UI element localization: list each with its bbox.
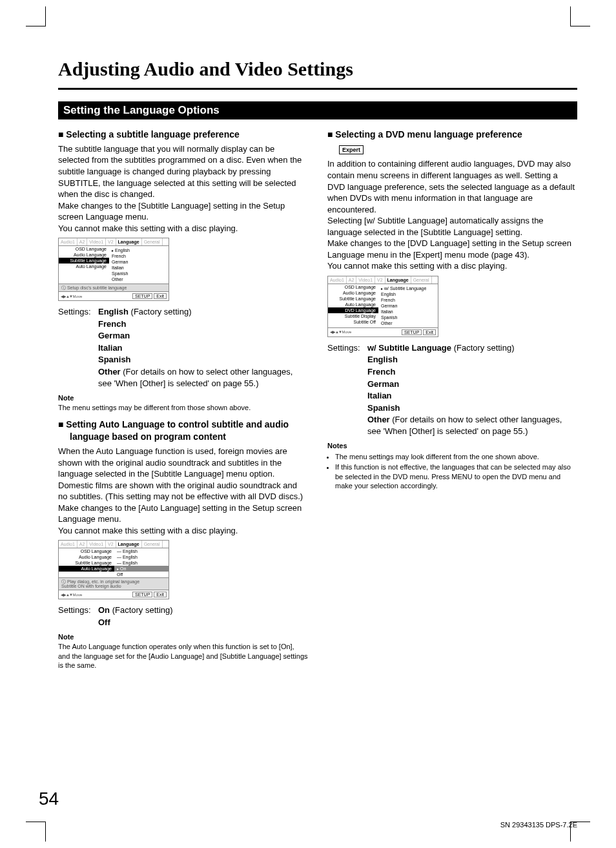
osd-value: Italian [378,309,438,315]
osd-value: Spanish [378,315,438,320]
osd-value: English [109,247,169,253]
osd-value: Off [114,572,169,577]
settings-item: German [98,330,308,342]
note-heading: Note [58,393,308,403]
note-text: The Auto Language function operates only… [58,642,308,670]
page-title: Adjusting Audio and Video Settings [58,58,577,80]
osd-row: Auto Language [328,302,378,307]
settings-item: French [367,366,577,378]
subheading-auto-language: Setting Auto Language to control subtitl… [70,419,308,443]
osd-tab: A2 [347,276,357,284]
osd-nav-icon: Move [61,295,82,298]
note-item: If this function is not effective, the l… [335,462,577,490]
osd-tab: A2 [77,238,88,245]
osd-row: Subtitle Display [328,313,378,319]
osd-tab: A2 [77,541,88,548]
osd-row: Audio Language [328,290,378,296]
settings-item: w/ Subtitle Language [367,342,577,354]
page-number: 54 [39,789,59,809]
settings-item: On [98,605,308,616]
osd-row: Subtitle Off [328,319,378,325]
body-text: When the Auto Language function is used,… [58,446,308,536]
osd-nav-icon: Move [61,593,82,597]
osd-value: — English [114,548,169,554]
settings-item: Spanish [367,402,577,414]
osd-row: OSD Language [328,284,378,290]
osd-value: French [378,297,438,303]
osd-setup-button: SETUP [132,592,152,597]
osd-tab: Language [116,238,142,245]
settings-item: Off [98,617,308,628]
osd-value: Italian [109,265,169,271]
note-heading: Note [58,632,308,642]
osd-row: Auto Language [59,264,109,269]
osd-value: English [378,291,438,297]
osd-value: German [378,303,438,309]
osd-exit-button: Exit [423,329,436,335]
osd-value: — English [114,554,169,560]
osd-info: Setup disc's subtitle language [59,284,169,291]
osd-menu-subtitle: Audio1A2Video1V2LanguageGeneral OSD Lang… [58,238,169,301]
osd-row: Subtitle Language [328,296,378,302]
osd-tab: General [142,541,163,548]
osd-row: OSD Language [59,548,114,554]
settings-item: Other (For details on how to select othe… [98,366,308,389]
right-column: Selecting a DVD menu language preference… [327,125,577,670]
osd-row: Subtitle Language [59,560,114,566]
osd-tab: V2 [106,541,116,548]
osd-tab: Audio1 [59,238,77,245]
divider [58,88,577,90]
settings-item: French [98,318,308,330]
osd-row: Audio Language [59,252,109,258]
osd-value: w/ Subtitle Language [378,285,438,291]
notes-list: The menu settings may look different fro… [335,452,577,490]
osd-menu-auto-language: Audio1A2Video1V2LanguageGeneral OSD Lang… [58,540,169,599]
osd-value: Other [109,276,169,282]
osd-value: — English [114,560,169,566]
settings-item: German [367,378,577,390]
settings-list: Settings: EnglishFrenchGermanItalianSpan… [58,306,308,389]
footer-code: SN 29343135 DPS-7.2E [500,821,577,829]
osd-menu-dvd-language: Audio1A2Video1V2LanguageGeneral OSD Lang… [327,276,438,337]
crop-mark [26,822,46,842]
settings-list: Settings: OnOff [58,605,308,628]
osd-tab: Video1 [87,541,106,548]
osd-nav-icon: Move [330,330,351,334]
osd-exit-button: Exit [154,592,167,597]
osd-value: Spanish [109,271,169,276]
settings-item: English [367,354,577,366]
osd-value: Other [378,320,438,326]
osd-tab: General [142,238,163,245]
osd-row [59,572,114,577]
osd-tab: V2 [375,276,385,284]
settings-list: Settings: w/ Subtitle LanguageEnglishFre… [327,342,577,437]
osd-setup-button: SETUP [132,293,152,299]
note-text: The menu settings may be different from … [58,403,308,412]
note-item: The menu settings may look different fro… [335,452,577,461]
settings-item: Spanish [98,354,308,366]
crop-mark [26,6,46,26]
osd-row: DVD Language [328,307,378,313]
settings-item: English [98,306,308,318]
settings-item: Other (For details on how to select othe… [367,414,577,437]
osd-tab: Audio1 [59,541,77,548]
subheading-subtitle-pref: Selecting a subtitle language preference [70,129,308,141]
osd-value: French [109,253,169,259]
section-heading: Setting the Language Options [58,101,577,119]
osd-row: Auto Language [59,566,114,572]
crop-mark [570,6,590,26]
osd-tab: Video1 [87,238,106,245]
notes-heading: Notes [327,441,577,451]
osd-tab: V2 [106,238,116,245]
expert-badge: Expert [339,145,364,154]
body-text: In addition to containing different audi… [327,158,577,271]
osd-tab: Video1 [356,276,375,284]
subheading-dvd-menu-pref: Selecting a DVD menu language preference [339,129,577,141]
osd-row: Audio Language [59,554,114,560]
osd-value: On [114,566,169,572]
left-column: Selecting a subtitle language preference… [58,125,308,670]
osd-setup-button: SETUP [402,329,422,335]
osd-row: OSD Language [59,246,109,252]
settings-label: Settings: [58,306,98,389]
settings-label: Settings: [58,605,98,628]
